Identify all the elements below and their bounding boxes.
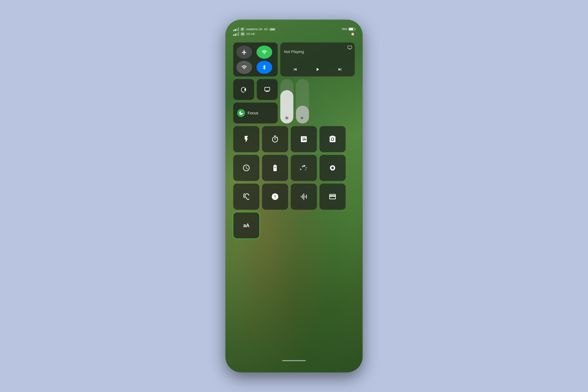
svg-point-1: [331, 166, 334, 169]
airplane-mode-button[interactable]: [236, 46, 252, 59]
wallet-button[interactable]: [320, 184, 346, 210]
timer-button[interactable]: [262, 126, 288, 152]
battery-percentage: 78%: [342, 28, 347, 31]
airplay-icon[interactable]: [348, 45, 352, 50]
rotation-lock-button[interactable]: [233, 79, 254, 100]
cellular-button[interactable]: [256, 46, 272, 59]
signal-bars-2: [233, 32, 239, 36]
row5-icons: [233, 184, 355, 210]
dark-mode-button[interactable]: [291, 155, 317, 181]
brightness-slider[interactable]: [280, 79, 293, 124]
status-bar: P vodafone UK 4G VPN M O2-UK: [233, 26, 355, 37]
shazam-button[interactable]: [262, 184, 288, 210]
not-playing-text: Not Playing: [284, 50, 351, 54]
play-button[interactable]: [315, 67, 320, 72]
calculator-button[interactable]: [291, 126, 317, 152]
phone-frame: P vodafone UK 4G VPN M O2-UK: [226, 20, 362, 372]
carrier1-badge: P: [240, 28, 244, 31]
flashlight-button[interactable]: [233, 126, 259, 152]
next-button[interactable]: [337, 67, 342, 72]
screen-record-button[interactable]: [320, 155, 346, 181]
carrier1-network: 4G: [264, 28, 268, 31]
text-size-label: aA: [243, 223, 250, 228]
alarm-icon: ⏰: [350, 32, 355, 36]
hearing-button[interactable]: [233, 184, 259, 210]
row3-icons: [233, 126, 355, 152]
battery-status-button[interactable]: [262, 155, 288, 181]
row6-icons: aA: [233, 212, 355, 238]
carrier2-badge: M: [240, 32, 245, 36]
carrier1-name: vodafone UK: [246, 28, 262, 31]
clock-button[interactable]: [233, 155, 259, 181]
focus-label: Focus: [248, 111, 258, 115]
connectivity-tile: [233, 42, 278, 76]
volume-slider[interactable]: [296, 79, 309, 124]
row4-icons: [233, 155, 355, 181]
carrier2-name: O2-UK: [246, 32, 255, 36]
home-bar: [282, 360, 306, 361]
wifi-button[interactable]: [236, 61, 252, 74]
now-playing-tile: Not Playing: [280, 42, 355, 76]
camera-button[interactable]: [320, 126, 346, 152]
vpn-badge: VPN: [270, 28, 275, 31]
media-controls: [284, 67, 351, 73]
focus-button[interactable]: Focus: [233, 102, 278, 124]
battery-icon: [348, 28, 355, 31]
home-indicator: [233, 357, 355, 364]
bluetooth-button[interactable]: [256, 61, 272, 74]
previous-button[interactable]: [292, 67, 298, 72]
text-size-button[interactable]: aA: [233, 212, 259, 238]
voice-memo-button[interactable]: [291, 184, 317, 210]
screen-mirror-button[interactable]: [257, 79, 278, 100]
signal-bars-1: [233, 28, 239, 31]
